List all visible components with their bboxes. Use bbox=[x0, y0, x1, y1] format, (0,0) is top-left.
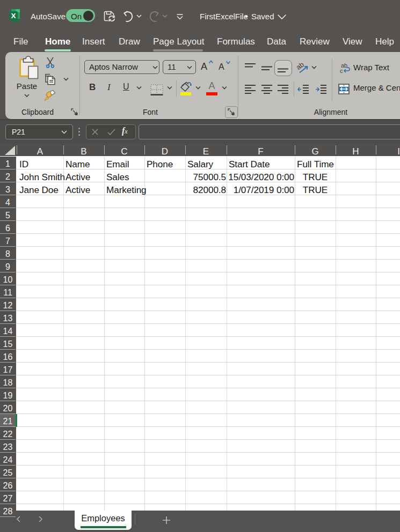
svg-text:X: X bbox=[11, 12, 16, 20]
svg-text:ab: ab bbox=[296, 60, 306, 71]
svg-text:c: c bbox=[340, 68, 343, 73]
